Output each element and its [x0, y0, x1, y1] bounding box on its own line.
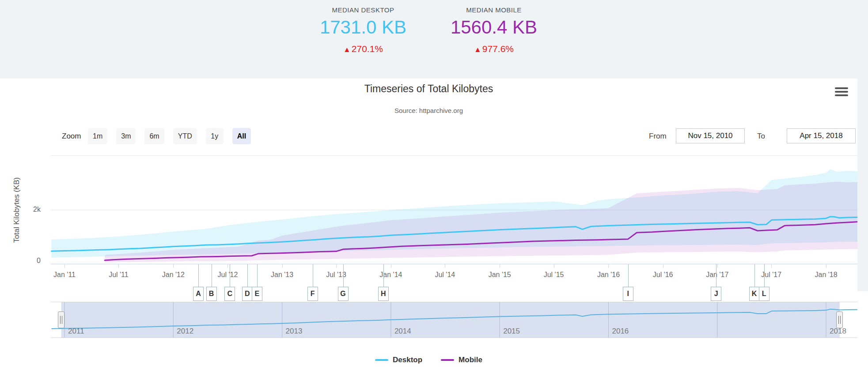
x-tick-mark — [608, 264, 609, 268]
x-tick-mark — [391, 264, 391, 268]
navigator-year-label-2014: 2014 — [394, 327, 411, 336]
chart-subtitle: Source: httparchive.org — [0, 107, 857, 114]
x-tick-mark — [445, 264, 445, 268]
flag-lane-L — [764, 264, 765, 287]
zoom-button-3m[interactable]: 3m — [116, 128, 136, 144]
hamburger-icon — [835, 91, 848, 93]
x-tick-mark — [282, 264, 283, 268]
x-tick-label: Jan '11 — [42, 271, 87, 279]
to-date-input[interactable] — [787, 128, 856, 143]
x-tick-label: Jul '11 — [96, 271, 140, 279]
flag-lane-H — [383, 264, 384, 287]
chart-legend: DesktopMobile — [0, 356, 857, 364]
flag-H[interactable]: H — [378, 287, 389, 301]
flag-J[interactable]: J — [711, 287, 721, 301]
legend-item-desktop[interactable]: Desktop — [375, 356, 422, 364]
x-tick-mark — [64, 264, 65, 268]
median-mobile-label: MEDIAN MOBILE — [406, 6, 582, 14]
flag-K[interactable]: K — [749, 287, 760, 301]
chart-title: Timeseries of Total Kilobytes — [0, 83, 857, 95]
flag-L[interactable]: L — [759, 287, 769, 301]
navigator-left-handle[interactable] — [58, 311, 64, 328]
median-mobile-change: ▲977.6% — [406, 44, 582, 54]
median-desktop-change-value: 270.1% — [352, 44, 383, 54]
flag-D[interactable]: D — [242, 287, 253, 301]
zoom-button-6m[interactable]: 6m — [144, 128, 164, 144]
flag-lane-E — [257, 264, 258, 287]
x-tick-label: Jan '15 — [478, 271, 522, 279]
flag-A[interactable]: A — [193, 287, 204, 301]
x-tick-label: Jul '17 — [749, 271, 793, 279]
x-tick-mark — [173, 264, 174, 268]
x-tick-label: Jul '12 — [205, 271, 250, 279]
flag-C[interactable]: C — [224, 287, 235, 301]
navigator-right-handle[interactable] — [836, 311, 843, 328]
flag-lane-B — [212, 264, 212, 287]
x-tick-mark — [336, 264, 337, 268]
zoom-button-1y[interactable]: 1y — [206, 128, 224, 144]
zoom-button-group: 1m3m6mYTD1yAll — [88, 128, 251, 144]
flag-lane-A — [198, 264, 199, 287]
zoom-button-1m[interactable]: 1m — [88, 128, 107, 144]
zoom-button-all[interactable]: All — [232, 128, 251, 144]
flag-F[interactable]: F — [307, 287, 318, 301]
x-tick-label: Jul '16 — [641, 271, 685, 279]
x-tick-label: Jul '13 — [314, 271, 358, 279]
median-mobile-block: MEDIAN MOBILE 1560.4 KB ▲977.6% — [406, 6, 582, 54]
up-triangle-icon: ▲ — [474, 45, 481, 54]
flag-lane-G — [343, 264, 344, 287]
flag-lane-I — [628, 264, 629, 287]
navigator-year-label-2012: 2012 — [177, 327, 193, 336]
y-tick-2k: 2k — [19, 206, 41, 214]
x-tick-mark — [826, 264, 826, 268]
from-label: From — [649, 128, 667, 144]
zoom-label: Zoom — [62, 128, 81, 144]
legend-label: Desktop — [393, 356, 422, 364]
navigator-year-label-2016: 2016 — [612, 327, 629, 336]
navigator[interactable]: 2011201220132014201520162018 — [51, 302, 857, 338]
x-tick-label: Jan '16 — [586, 271, 630, 279]
flag-E[interactable]: E — [252, 287, 262, 301]
flag-lane-C — [230, 264, 230, 287]
flag-lane-J — [716, 264, 716, 287]
x-tick-label: Jan '12 — [151, 271, 195, 279]
hamburger-icon — [835, 94, 848, 96]
x-tick-label: Jan '18 — [804, 271, 848, 279]
x-tick-mark — [554, 264, 554, 268]
x-tick-mark — [663, 264, 663, 268]
x-axis-line — [51, 264, 857, 264]
legend-item-mobile[interactable]: Mobile — [441, 356, 482, 364]
navigator-year-label-2015: 2015 — [503, 327, 520, 336]
flag-B[interactable]: B — [206, 287, 217, 301]
x-tick-mark — [227, 264, 228, 268]
x-tick-mark — [118, 264, 119, 268]
flag-lane-D — [247, 264, 248, 287]
flag-G[interactable]: G — [338, 287, 349, 301]
flag-lane-K — [754, 264, 755, 287]
navigator-year-label-2018: 2018 — [830, 327, 846, 336]
hamburger-menu-button[interactable] — [835, 87, 849, 99]
x-tick-label: Jul '14 — [423, 271, 467, 279]
from-date-input[interactable] — [676, 128, 745, 143]
main-chart-plot — [51, 155, 857, 264]
zoom-button-ytd[interactable]: YTD — [173, 128, 197, 144]
x-tick-mark — [771, 264, 772, 268]
up-triangle-icon: ▲ — [343, 45, 351, 54]
x-tick-label: Jan '14 — [369, 271, 413, 279]
to-label: To — [757, 128, 765, 144]
navigator-year-label-2011: 2011 — [68, 327, 84, 336]
x-tick-label: Jan '13 — [260, 271, 304, 279]
y-tick-0: 0 — [19, 257, 41, 265]
flag-lane-F — [313, 264, 313, 287]
httparchive-timeseries-page: MEDIAN DESKTOP 1731.0 KB ▲270.1% MEDIAN … — [0, 0, 868, 375]
navigator-chart — [51, 302, 857, 338]
page-background-gutter — [857, 79, 868, 291]
x-tick-mark — [717, 264, 718, 268]
summary-band: MEDIAN DESKTOP 1731.0 KB ▲270.1% MEDIAN … — [0, 0, 868, 79]
median-mobile-change-value: 977.6% — [482, 44, 514, 54]
x-tick-mark — [500, 264, 500, 268]
legend-swatch-desktop — [375, 359, 388, 361]
flag-I[interactable]: I — [623, 287, 633, 301]
navigator-year-label-2013: 2013 — [286, 327, 303, 336]
legend-swatch-mobile — [441, 359, 454, 361]
